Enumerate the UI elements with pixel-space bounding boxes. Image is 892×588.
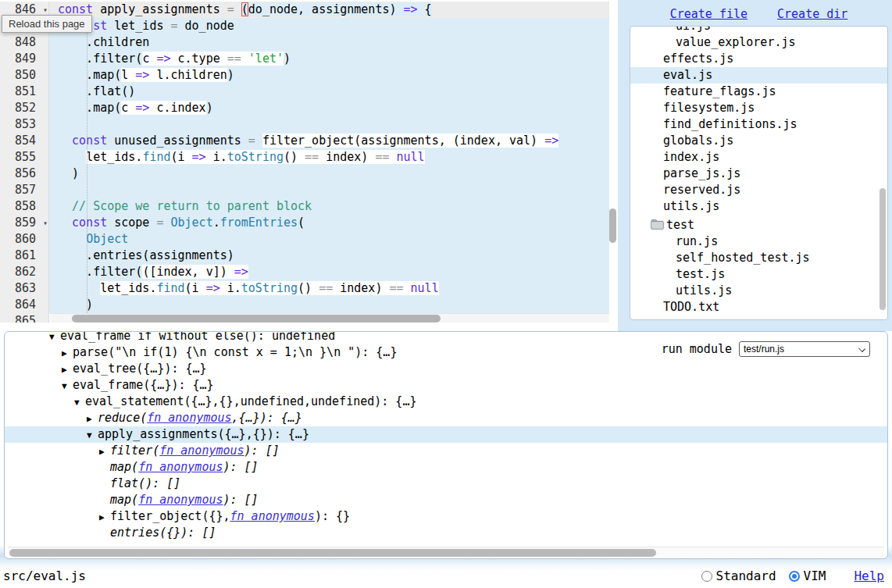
run-module-control: run module test/run.js: [662, 341, 870, 357]
code-line[interactable]: 863 let_ids.find(i => i.toString() == in…: [0, 280, 609, 297]
code-token: toString: [241, 281, 298, 295]
tree-item[interactable]: self_hosted_test.js: [630, 250, 887, 266]
tree-item[interactable]: TODO.txt: [630, 299, 887, 315]
call-row[interactable]: ▶map(fn anonymous): []: [5, 492, 887, 508]
expand-arrow-icon[interactable]: ▶: [99, 444, 110, 460]
code-token: ): [389, 2, 403, 16]
call-row-text: filter(: [110, 444, 159, 458]
call-row[interactable]: ▶eval_tree({…}): {…}: [5, 361, 887, 377]
tree-item[interactable]: index.js: [630, 149, 887, 166]
fn-anonymous-link[interactable]: fn anonymous: [159, 444, 244, 458]
tree-folder-label: test: [666, 218, 694, 232]
fn-anonymous-link[interactable]: fn anonymous: [147, 411, 231, 425]
code-token: .children: [58, 35, 149, 49]
code-line[interactable]: 852 .map(c => c.index): [0, 100, 609, 116]
code-token: =: [171, 19, 185, 33]
run-module-select[interactable]: test/run.js: [739, 341, 870, 357]
code-token: index): [333, 281, 389, 295]
tree-folder[interactable]: test: [630, 217, 887, 233]
call-row[interactable]: ▼eval_statement({…},{},undefined,undefin…: [5, 394, 887, 410]
tree-item[interactable]: parse_js.js: [630, 166, 887, 182]
calltree-horizontal-scrollbar-thumb[interactable]: [9, 549, 656, 557]
code-token: ): [227, 68, 234, 82]
collapse-arrow-icon[interactable]: ▼: [74, 394, 85, 411]
tree-item[interactable]: utils.js: [630, 283, 887, 299]
fold-marker-icon[interactable]: ▾: [43, 215, 48, 231]
collapse-arrow-icon[interactable]: ▼: [49, 331, 60, 345]
call-row[interactable]: ▶reduce(fn anonymous,{…}): {…}: [5, 410, 887, 426]
code-token: ==: [389, 281, 403, 295]
code-line[interactable]: 849 .filter(c => c.type == 'let'): [0, 51, 609, 67]
call-row[interactable]: ▶entries({}): []: [5, 525, 887, 541]
keymap-vim-option[interactable]: VIM: [789, 568, 826, 583]
radio-unselected-icon[interactable]: [701, 571, 712, 582]
tree-item[interactable]: globals.js: [630, 133, 887, 149]
tree-item[interactable]: eval.js: [630, 67, 887, 84]
call-row-text: filter_object({},: [110, 509, 230, 523]
tree-item[interactable]: reserved.js: [630, 182, 887, 198]
call-row[interactable]: ▶map(fn anonymous): []: [5, 459, 887, 476]
tree-item[interactable]: utils.js: [630, 198, 887, 215]
tree-item[interactable]: feature_flags.js: [630, 84, 887, 100]
code-line[interactable]: 855 let_ids.find(i => i.toString() == in…: [0, 149, 609, 166]
editor-vertical-scrollbar[interactable]: [609, 208, 616, 243]
code-editor[interactable]: 846▾const apply_assignments = (do_node, …: [0, 0, 618, 323]
tree-item[interactable]: filesystem.js: [630, 100, 887, 116]
calltree-horizontal-scrollbar[interactable]: [8, 547, 884, 557]
code-token: ([index, v]): [142, 265, 234, 279]
run-module-selected-value: test/run.js: [744, 344, 784, 355]
code-token: fromEntries: [220, 216, 298, 230]
code-line[interactable]: 853: [0, 116, 609, 133]
call-row[interactable]: ▶filter(fn anonymous): []: [5, 443, 887, 459]
fn-anonymous-link[interactable]: fn anonymous: [230, 509, 315, 523]
expand-arrow-icon[interactable]: ▶: [87, 411, 98, 427]
code-line[interactable]: 858 // Scope we return to parent block: [0, 198, 609, 215]
code-line[interactable]: 864 ): [0, 297, 609, 313]
radio-selected-icon[interactable]: [789, 571, 800, 582]
code-line[interactable]: 856 ): [0, 166, 609, 182]
code-token: .filter(: [58, 265, 142, 279]
tree-item[interactable]: value_explorer.js: [630, 34, 887, 51]
code-token: [404, 281, 411, 295]
expand-arrow-icon[interactable]: ▶: [62, 362, 73, 378]
tree-item[interactable]: find_definitions.js: [630, 116, 887, 133]
call-row[interactable]: ▶flat(): []: [5, 476, 887, 492]
tree-item[interactable]: run.js: [630, 233, 887, 250]
code-token: [58, 281, 100, 295]
tree-item[interactable]: test.js: [630, 266, 887, 283]
code-lines[interactable]: 846▾const apply_assignments = (do_node, …: [0, 2, 609, 323]
collapse-arrow-icon[interactable]: ▼: [62, 378, 73, 394]
code-line[interactable]: 857: [0, 182, 609, 198]
call-row[interactable]: ▼apply_assignments({…},{}): {…}: [5, 426, 887, 443]
editor-horizontal-scrollbar[interactable]: [50, 313, 609, 323]
code-line[interactable]: 848 .children: [0, 34, 609, 51]
tree-vertical-scrollbar[interactable]: [880, 188, 886, 310]
call-row[interactable]: ▶filter_object({},fn anonymous): {}: [5, 508, 887, 525]
code-line[interactable]: 854 const unused_assignments = filter_ob…: [0, 133, 609, 149]
create-file-link[interactable]: Create file: [670, 7, 747, 21]
help-link[interactable]: Help: [854, 568, 884, 583]
fn-anonymous-link[interactable]: fn anonymous: [138, 460, 223, 474]
create-dir-link[interactable]: Create dir: [777, 7, 847, 21]
code-line[interactable]: 859▾ const scope = Object.fromEntries(: [0, 215, 609, 231]
code-line[interactable]: 851 .flat(): [0, 84, 609, 100]
keymap-standard-option[interactable]: Standard: [701, 568, 776, 583]
code-line[interactable]: 862 .filter(([index, v]) =>: [0, 264, 609, 280]
code-line[interactable]: 860 Object: [0, 231, 609, 248]
code-token: unused_assignments: [114, 134, 248, 148]
line-number: 857: [0, 182, 49, 198]
code-token: =>: [234, 265, 248, 279]
code-token: l.children: [149, 68, 227, 82]
code-line[interactable]: 861 .entries(assignments): [0, 248, 609, 264]
code-token: ): [284, 52, 291, 66]
expand-arrow-icon[interactable]: ▶: [62, 345, 73, 362]
editor-horizontal-scrollbar-thumb[interactable]: [72, 315, 441, 323]
fn-anonymous-link[interactable]: fn anonymous: [138, 493, 223, 507]
tree-item[interactable]: ui.js: [630, 26, 887, 34]
expand-arrow-icon[interactable]: ▶: [99, 509, 110, 526]
line-number: 856: [0, 166, 49, 182]
tree-item[interactable]: effects.js: [630, 51, 887, 67]
code-line[interactable]: 850 .map(l => l.children): [0, 67, 609, 84]
call-row[interactable]: ▼eval_frame({…}): {…}: [5, 377, 887, 394]
collapse-arrow-icon[interactable]: ▼: [87, 427, 98, 444]
